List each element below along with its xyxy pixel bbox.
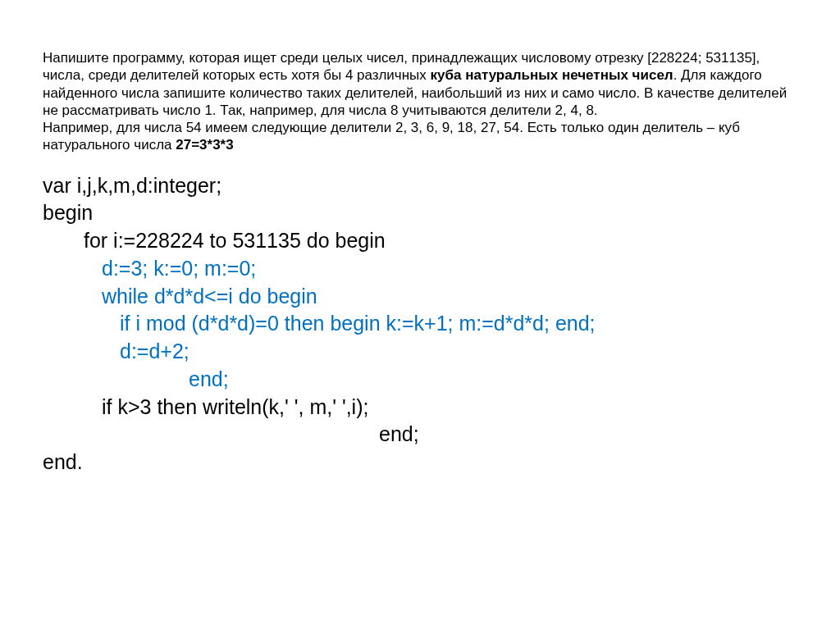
problem-statement: Напишите программу, которая ищет среди ц…: [43, 49, 797, 154]
problem-bold-1: куба натуральных нечетных чисел: [431, 67, 673, 83]
code-line-10: end;: [43, 421, 797, 449]
code-line-4: d:=3; k:=0; m:=0;: [43, 255, 797, 283]
problem-text-part3: Например, для числа 54 имеем следующие д…: [43, 120, 740, 153]
code-line-1: var i,j,k,m,d:integer;: [43, 172, 797, 200]
code-line-8: end;: [43, 366, 797, 394]
problem-bold-2: 27=3*3*3: [176, 137, 233, 153]
code-line-5: while d*d*d<=i do begin: [43, 283, 797, 311]
document-page: Напишите программу, которая ищет среди ц…: [0, 0, 840, 476]
code-line-6: if i mod (d*d*d)=0 then begin k:=k+1; m:…: [43, 310, 797, 338]
code-line-2: begin: [43, 199, 797, 227]
code-line-9: if k>3 then writeln(k,' ', m,' ',i);: [43, 394, 797, 422]
code-line-3: for i:=228224 to 531135 do begin: [43, 227, 797, 255]
code-line-11: end.: [43, 449, 797, 476]
code-block: var i,j,k,m,d:integer; begin for i:=2282…: [43, 172, 797, 476]
code-line-7: d:=d+2;: [43, 338, 797, 366]
